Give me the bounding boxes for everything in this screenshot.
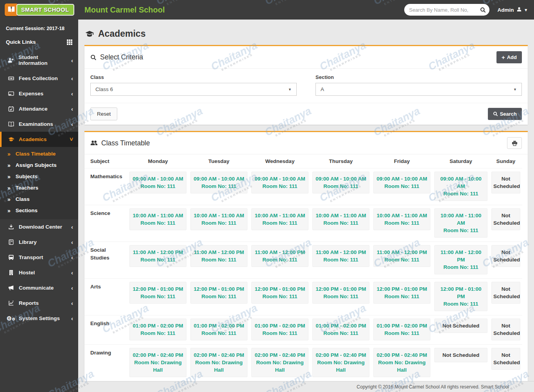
gear-icon: ⚙⚙ xyxy=(7,315,14,321)
double-angle-icon: » xyxy=(7,197,11,202)
admin-menu[interactable]: Admin ▾ xyxy=(497,7,527,13)
chevron-left-icon: ‹ xyxy=(71,121,73,127)
sidebar-subitem-sections[interactable]: »Sections xyxy=(0,205,78,216)
sidebar-item-examinations[interactable]: Examinations‹ xyxy=(0,116,78,132)
sidebar-item-student-information[interactable]: Student Information‹ xyxy=(0,50,78,71)
slot-room: Room No: Drawing Hall xyxy=(375,359,428,374)
slot-room: Room No: 111 xyxy=(192,293,245,300)
quick-links[interactable]: Quick Links xyxy=(0,34,78,50)
print-button[interactable] xyxy=(507,137,522,149)
col-header-subject: Subject xyxy=(84,154,127,168)
slot-time: 12:00 PM - 01:00 PM xyxy=(314,285,367,293)
sidebar-subitem-label: Subjects xyxy=(16,174,38,179)
timetable-slot: 12:00 PM - 01:00 PMRoom No: 111 xyxy=(190,282,247,304)
slot-room: Room No: 111 xyxy=(436,190,486,197)
sidebar: Current Session: 2017-18 Quick Links Stu… xyxy=(0,20,78,392)
sidebar-item-label: Attendance xyxy=(19,106,48,112)
slot-time: 02:00 PM - 02:40 PM xyxy=(192,351,245,359)
sidebar-item-label: Academics xyxy=(19,136,47,142)
user-plus-icon xyxy=(7,57,14,63)
sidebar-item-fees-collection[interactable]: Fees Collection‹ xyxy=(0,71,78,86)
table-row: Science10:00 AM - 11:00 AMRoom No: 11110… xyxy=(84,205,522,242)
timetable-slot-empty: Not Scheduled xyxy=(491,245,520,267)
reset-button[interactable]: Reset xyxy=(90,107,117,120)
timetable-slot: 11:00 AM - 12:00 PMRoom No: 111 xyxy=(434,245,487,274)
slot-time: 10:00 AM - 11:00 AM xyxy=(436,212,486,227)
sidebar-subitem-teachers[interactable]: »Teachers xyxy=(0,182,78,193)
slot-room: Room No: 111 xyxy=(375,329,428,337)
timetable-slot-empty: Not Scheduled xyxy=(491,348,520,370)
section-label: Section xyxy=(315,74,522,80)
sidebar-item-label: Download Center xyxy=(19,224,62,230)
double-angle-icon: » xyxy=(7,163,11,168)
sidebar-subitem-label: Assign Subjects xyxy=(16,162,57,168)
timetable-slot: 10:00 AM - 11:00 AMRoom No: 111 xyxy=(129,208,186,230)
sidebar-item-label: Transport xyxy=(19,254,43,260)
section-select[interactable]: A ▼ xyxy=(315,83,522,96)
timetable-slot: 09:00 AM - 10:00 AMRoom No: 111 xyxy=(373,172,430,193)
timetable-slot: 10:00 AM - 11:00 AMRoom No: 111 xyxy=(312,208,369,230)
slot-time: 01:00 PM - 02:00 PM xyxy=(253,322,306,329)
sidebar-item-attendance[interactable]: Attendance‹ xyxy=(0,101,78,116)
timetable-slot: 12:00 PM - 01:00 PMRoom No: 111 xyxy=(129,282,186,304)
col-header-saturday: Saturday xyxy=(432,154,489,168)
sidebar-item-label: Student Information xyxy=(18,54,67,66)
sidebar-subitem-assign-subjects[interactable]: »Assign Subjects xyxy=(0,159,78,171)
slot-time: 12:00 PM - 01:00 PM xyxy=(131,285,185,293)
search-input[interactable] xyxy=(409,7,478,13)
select-caret-icon: ▼ xyxy=(288,88,292,91)
grid-icon xyxy=(67,39,72,45)
sidebar-item-communicate[interactable]: Communicate‹ xyxy=(0,280,78,295)
sidebar-item-expenses[interactable]: Expenses‹ xyxy=(0,86,78,101)
slot-room: Room No: 111 xyxy=(314,329,367,337)
slot-time: 11:00 AM - 12:00 PM xyxy=(375,249,428,256)
slot-time: 11:00 AM - 12:00 PM xyxy=(192,249,245,256)
sidebar-item-transport[interactable]: Transport‹ xyxy=(0,250,78,265)
select-criteria-panel: Select Criteria +Add Class Class 6 ▼ Sec… xyxy=(84,45,528,125)
slot-time: 11:00 AM - 12:00 PM xyxy=(314,249,367,256)
slot-room: Room No: 111 xyxy=(192,219,245,227)
col-header-monday: Monday xyxy=(127,154,188,168)
graduation-cap-icon xyxy=(85,30,94,38)
sidebar-subitem-label: Class xyxy=(16,196,30,202)
timetable-slot: 11:00 AM - 12:00 PMRoom No: 111 xyxy=(129,245,186,267)
sidebar-subitem-label: Class Timetable xyxy=(16,151,56,157)
sidebar-menu: Student Information‹Fees Collection‹Expe… xyxy=(0,50,78,326)
slot-time: 09:00 AM - 10:00 AM xyxy=(436,175,486,190)
global-search xyxy=(404,4,489,16)
slot-time: 11:00 AM - 12:00 PM xyxy=(131,249,185,256)
sidebar-subitem-subjects[interactable]: »Subjects xyxy=(0,171,78,182)
class-select[interactable]: Class 6 ▼ xyxy=(90,83,297,96)
sidebar-item-download-center[interactable]: Download Center‹ xyxy=(0,219,78,234)
timetable-slot: 01:00 PM - 02:00 PMRoom No: 111 xyxy=(251,319,308,340)
slot-room: Room No: Drawing Hall xyxy=(253,359,306,374)
sidebar-item-system-settings[interactable]: ⚙⚙System Settings‹ xyxy=(0,311,78,326)
timetable-slot: 11:00 AM - 12:00 PMRoom No: 111 xyxy=(373,245,430,267)
sidebar-item-label: Hostel xyxy=(19,270,35,276)
sidebar-item-reports[interactable]: Reports‹ xyxy=(0,295,78,311)
chevron-left-icon: ‹ xyxy=(71,300,73,306)
sidebar-item-library[interactable]: Library‹ xyxy=(0,234,78,250)
timetable-slot: 11:00 AM - 12:00 PMRoom No: 111 xyxy=(251,245,308,267)
timetable-slot: 11:00 AM - 12:00 PMRoom No: 111 xyxy=(190,245,247,267)
app-logo[interactable]: SMART SCHOOL xyxy=(0,4,78,16)
slot-room: Room No: 111 xyxy=(436,263,486,271)
add-button[interactable]: +Add xyxy=(496,51,522,63)
caret-down-icon: ▾ xyxy=(525,7,527,13)
slot-room: Room No: 111 xyxy=(192,183,245,190)
search-button[interactable]: Search xyxy=(488,108,522,120)
timetable-slot-empty: Not Scheduled xyxy=(434,348,487,362)
sidebar-subitem-class-timetable[interactable]: »Class Timetable xyxy=(0,148,78,159)
sidebar-item-hostel[interactable]: Hostel‹ xyxy=(0,265,78,280)
sidebar-subitem-class[interactable]: »Class xyxy=(0,193,78,205)
slot-time: 09:00 AM - 10:00 AM xyxy=(131,175,185,183)
page-footer: Copyright © 2016 Mount Carmel School All… xyxy=(78,381,534,392)
sidebar-item-academics[interactable]: Academics˅ xyxy=(0,132,78,147)
search-icon[interactable] xyxy=(480,7,486,13)
slot-time: 10:00 AM - 11:00 AM xyxy=(314,212,367,219)
subject-cell: Social Studies xyxy=(84,242,127,279)
slot-time: 12:00 PM - 01:00 PM xyxy=(192,285,245,293)
select-caret-icon: ▼ xyxy=(513,88,517,91)
timetable-slot: 01:00 PM - 02:00 PMRoom No: 111 xyxy=(190,319,247,340)
chevron-left-icon: ‹ xyxy=(71,270,73,276)
